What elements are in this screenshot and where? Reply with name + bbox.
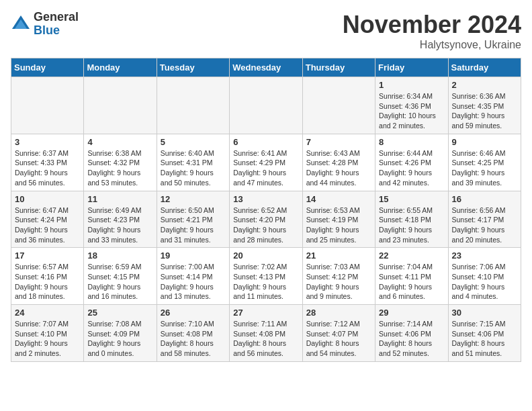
sunset-text: Sunset: 4:36 PM	[379, 102, 431, 110]
day-number: 11	[87, 194, 152, 204]
daylight-text: Daylight: 9 hours and 42 minutes.	[379, 169, 432, 187]
table-row: 29 Sunrise: 7:14 AM Sunset: 4:06 PM Dayl…	[375, 305, 448, 362]
sunset-text: Sunset: 4:19 PM	[306, 216, 359, 224]
daylight-text: Daylight: 9 hours and 13 minutes.	[161, 283, 214, 301]
sunrise-text: Sunrise: 7:08 AM	[87, 320, 141, 328]
daylight-text: Daylight: 8 hours and 52 minutes.	[379, 339, 432, 357]
sunset-text: Sunset: 4:06 PM	[452, 330, 504, 338]
day-number: 22	[379, 250, 444, 261]
day-info: Sunrise: 6:43 AM Sunset: 4:28 PM Dayligh…	[306, 148, 371, 188]
table-row: 4 Sunrise: 6:38 AM Sunset: 4:32 PM Dayli…	[84, 134, 157, 191]
table-row: 28 Sunrise: 7:12 AM Sunset: 4:07 PM Dayl…	[302, 305, 375, 362]
day-info: Sunrise: 7:07 AM Sunset: 4:10 PM Dayligh…	[15, 319, 80, 359]
table-row: 6 Sunrise: 6:41 AM Sunset: 4:29 PM Dayli…	[230, 134, 302, 191]
day-info: Sunrise: 6:49 AM Sunset: 4:23 PM Dayligh…	[87, 205, 152, 245]
daylight-text: Daylight: 9 hours and 31 minutes.	[161, 226, 214, 244]
col-friday: Friday	[375, 58, 448, 77]
calendar-week-5: 24 Sunrise: 7:07 AM Sunset: 4:10 PM Dayl…	[11, 305, 521, 362]
day-info: Sunrise: 6:46 AM Sunset: 4:25 PM Dayligh…	[452, 148, 517, 188]
sunset-text: Sunset: 4:35 PM	[452, 102, 504, 110]
day-info: Sunrise: 7:14 AM Sunset: 4:06 PM Dayligh…	[379, 319, 444, 359]
table-row: 10 Sunrise: 6:47 AM Sunset: 4:24 PM Dayl…	[11, 191, 84, 248]
daylight-text: Daylight: 9 hours and 0 minutes.	[87, 339, 140, 357]
table-row	[230, 77, 302, 134]
day-info: Sunrise: 7:02 AM Sunset: 4:13 PM Dayligh…	[233, 262, 298, 302]
day-number: 26	[161, 308, 226, 318]
day-number: 24	[15, 308, 80, 318]
sunrise-text: Sunrise: 6:52 AM	[233, 206, 287, 214]
sunrise-text: Sunrise: 7:00 AM	[161, 263, 214, 271]
col-sunday: Sunday	[11, 58, 84, 77]
day-number: 4	[87, 137, 152, 147]
day-info: Sunrise: 6:52 AM Sunset: 4:20 PM Dayligh…	[233, 205, 298, 245]
sunset-text: Sunset: 4:29 PM	[233, 158, 285, 167]
daylight-text: Daylight: 9 hours and 6 minutes.	[379, 283, 432, 301]
table-row: 26 Sunrise: 7:10 AM Sunset: 4:08 PM Dayl…	[157, 305, 229, 362]
daylight-text: Daylight: 8 hours and 56 minutes.	[233, 339, 286, 357]
daylight-text: Daylight: 9 hours and 56 minutes.	[15, 169, 68, 187]
table-row: 18 Sunrise: 6:59 AM Sunset: 4:15 PM Dayl…	[84, 248, 157, 305]
daylight-text: Daylight: 9 hours and 36 minutes.	[15, 226, 68, 244]
sunset-text: Sunset: 4:09 PM	[87, 330, 140, 338]
day-number: 2	[452, 80, 517, 90]
table-row: 2 Sunrise: 6:36 AM Sunset: 4:35 PM Dayli…	[448, 77, 521, 134]
day-info: Sunrise: 6:57 AM Sunset: 4:16 PM Dayligh…	[15, 262, 80, 302]
day-info: Sunrise: 6:40 AM Sunset: 4:31 PM Dayligh…	[161, 148, 226, 188]
day-number: 1	[379, 80, 444, 90]
day-info: Sunrise: 6:37 AM Sunset: 4:33 PM Dayligh…	[15, 148, 80, 188]
day-number: 9	[452, 137, 517, 147]
sunrise-text: Sunrise: 6:34 AM	[379, 92, 433, 100]
day-number: 29	[379, 308, 444, 318]
day-number: 7	[306, 137, 371, 147]
day-info: Sunrise: 6:50 AM Sunset: 4:21 PM Dayligh…	[161, 205, 226, 245]
sunrise-text: Sunrise: 7:07 AM	[15, 320, 69, 328]
table-row: 25 Sunrise: 7:08 AM Sunset: 4:09 PM Dayl…	[84, 305, 157, 362]
sunrise-text: Sunrise: 6:40 AM	[161, 149, 214, 157]
daylight-text: Daylight: 9 hours and 33 minutes.	[87, 226, 140, 244]
daylight-text: Daylight: 8 hours and 58 minutes.	[161, 339, 214, 357]
sunset-text: Sunset: 4:31 PM	[161, 158, 213, 167]
sunrise-text: Sunrise: 6:53 AM	[306, 206, 360, 214]
daylight-text: Daylight: 9 hours and 23 minutes.	[379, 226, 432, 244]
daylight-text: Daylight: 9 hours and 4 minutes.	[452, 283, 505, 301]
col-saturday: Saturday	[448, 58, 521, 77]
title-block: November 2024 Halytsynove, Ukraine	[343, 11, 521, 51]
table-row: 13 Sunrise: 6:52 AM Sunset: 4:20 PM Dayl…	[230, 191, 302, 248]
sunset-text: Sunset: 4:16 PM	[15, 273, 67, 281]
col-tuesday: Tuesday	[157, 58, 229, 77]
sunset-text: Sunset: 4:10 PM	[452, 273, 504, 281]
daylight-text: Daylight: 9 hours and 28 minutes.	[233, 226, 286, 244]
day-number: 6	[233, 137, 298, 147]
sunrise-text: Sunrise: 6:55 AM	[379, 206, 433, 214]
sunset-text: Sunset: 4:26 PM	[379, 158, 431, 167]
day-number: 25	[87, 308, 152, 318]
sunset-text: Sunset: 4:06 PM	[379, 330, 431, 338]
table-row: 16 Sunrise: 6:56 AM Sunset: 4:17 PM Dayl…	[448, 191, 521, 248]
day-number: 16	[452, 194, 517, 204]
sunset-text: Sunset: 4:25 PM	[452, 158, 504, 167]
day-info: Sunrise: 7:03 AM Sunset: 4:12 PM Dayligh…	[306, 262, 371, 302]
sunset-text: Sunset: 4:15 PM	[87, 273, 140, 281]
sunset-text: Sunset: 4:32 PM	[87, 158, 140, 167]
day-info: Sunrise: 7:00 AM Sunset: 4:14 PM Dayligh…	[161, 262, 226, 302]
day-number: 30	[452, 308, 517, 318]
day-number: 28	[306, 308, 371, 318]
table-row: 3 Sunrise: 6:37 AM Sunset: 4:33 PM Dayli…	[11, 134, 84, 191]
day-info: Sunrise: 7:12 AM Sunset: 4:07 PM Dayligh…	[306, 319, 371, 359]
daylight-text: Daylight: 9 hours and 44 minutes.	[306, 169, 359, 187]
day-number: 19	[161, 250, 226, 261]
table-row: 20 Sunrise: 7:02 AM Sunset: 4:13 PM Dayl…	[230, 248, 302, 305]
table-row: 8 Sunrise: 6:44 AM Sunset: 4:26 PM Dayli…	[375, 134, 448, 191]
sunrise-text: Sunrise: 7:11 AM	[233, 320, 287, 328]
sunrise-text: Sunrise: 6:50 AM	[161, 206, 214, 214]
daylight-text: Daylight: 9 hours and 53 minutes.	[87, 169, 140, 187]
sunset-text: Sunset: 4:20 PM	[233, 216, 285, 224]
calendar-table: Sunday Monday Tuesday Wednesday Thursday…	[11, 58, 521, 362]
sunset-text: Sunset: 4:17 PM	[452, 216, 504, 224]
daylight-text: Daylight: 9 hours and 20 minutes.	[452, 226, 505, 244]
sunset-text: Sunset: 4:23 PM	[87, 216, 140, 224]
day-info: Sunrise: 7:15 AM Sunset: 4:06 PM Dayligh…	[452, 319, 517, 359]
day-number: 8	[379, 137, 444, 147]
col-monday: Monday	[84, 58, 157, 77]
sunset-text: Sunset: 4:21 PM	[161, 216, 213, 224]
